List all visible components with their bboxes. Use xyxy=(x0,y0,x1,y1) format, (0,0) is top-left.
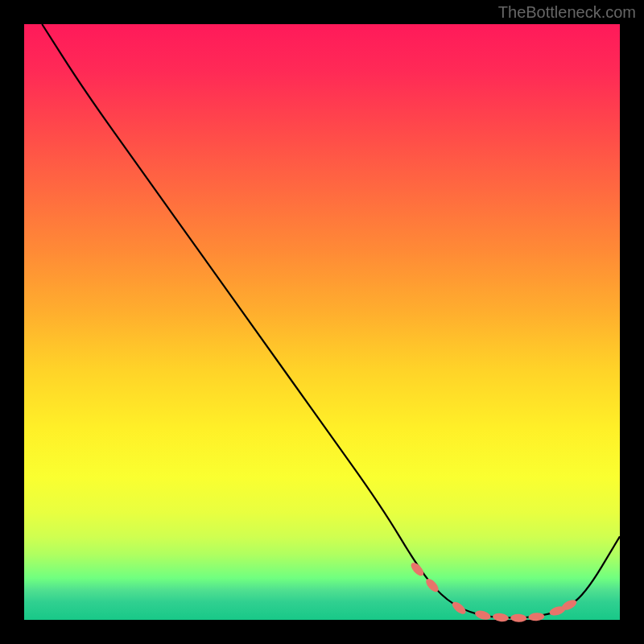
watermark-text: TheBottleneck.com xyxy=(498,3,636,22)
marker-point xyxy=(474,609,492,621)
marker-point xyxy=(450,600,468,617)
curve-markers xyxy=(409,560,578,622)
marker-point xyxy=(510,613,526,622)
plot-area xyxy=(24,24,620,620)
bottleneck-curve xyxy=(42,24,620,617)
chart-svg xyxy=(24,24,620,620)
marker-point xyxy=(492,613,509,623)
marker-point xyxy=(528,613,545,621)
